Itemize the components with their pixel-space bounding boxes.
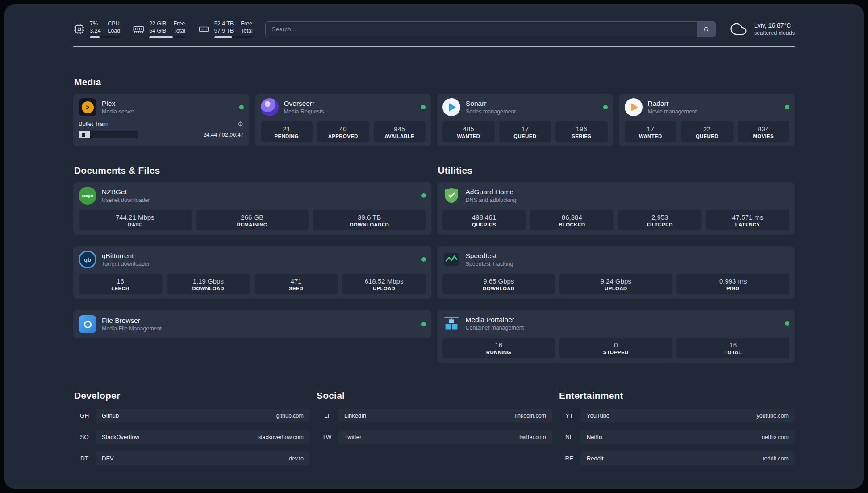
status-dot xyxy=(421,193,426,198)
stat-queued: 17 QUEUED xyxy=(499,121,551,142)
filebrowser-icon xyxy=(79,315,96,333)
bookmark-group-social: Social LI LinkedIn linkedin.com TW Twitt… xyxy=(316,390,552,465)
app-card-portainer[interactable]: Media Portainer Container management 16 … xyxy=(437,310,795,363)
system-resources: 7% 3.24 CPU Load xyxy=(73,20,253,38)
bookmarks-area: Developer GH Github github.com SO StackO… xyxy=(73,390,795,486)
app-card-sonarr[interactable]: Sonarr Series management 485 WANTED 17 Q… xyxy=(437,94,613,146)
stat-downloaded: 39.6 TB DOWNLOADED xyxy=(313,210,426,230)
status-dot xyxy=(421,105,426,109)
search-input[interactable] xyxy=(266,22,697,37)
section-title-media: Media xyxy=(74,77,795,88)
bookmark-name: Twitter xyxy=(344,434,361,440)
bookmark-linkedin[interactable]: LI LinkedIn linkedin.com xyxy=(316,409,552,422)
ram-icon xyxy=(133,23,145,35)
app-subtitle: Series management xyxy=(466,109,516,115)
bookmark-reddit[interactable]: RE Reddit reddit.com xyxy=(558,451,795,465)
app-card-speedtest[interactable]: Speedtest Speedtest Tracking 9.65 Gbps D… xyxy=(437,246,795,299)
app-card-radarr[interactable]: Radarr Movie management 17 WANTED 22 QUE… xyxy=(619,94,795,146)
app-title: Sonarr xyxy=(466,100,516,108)
app-card-overseerr[interactable]: Overseerr Media Requests 21 PENDING 40 A… xyxy=(255,94,431,146)
search-bar: G xyxy=(265,21,716,37)
app-card-nzbget[interactable]: nzbget NZBGet Usenet downloader 744.21 M… xyxy=(73,182,431,235)
bookmark-url: dev.to xyxy=(289,455,304,462)
status-dot xyxy=(785,321,789,326)
stats-row: 9.65 Gbps DOWNLOAD 9.24 Gbps UPLOAD 0.99… xyxy=(442,274,790,294)
cpu-widget: 7% 3.24 CPU Load xyxy=(73,20,120,38)
weather-widget: Lviv, 16.87°C scattered clouds xyxy=(728,21,795,37)
stat-stopped: 0 STOPPED xyxy=(559,338,672,358)
portainer-icon xyxy=(442,314,460,332)
app-card-plex[interactable]: Plex Media server Bullet Train xyxy=(73,94,249,146)
stat-movies: 834 MOVIES xyxy=(738,121,790,142)
bookmark-name: Netflix xyxy=(587,434,603,440)
app-title: Speedtest xyxy=(466,252,513,260)
bookmark-name: YouTube xyxy=(587,412,609,419)
seek-bar[interactable] xyxy=(79,131,138,138)
stat-running: 16 RUNNING xyxy=(442,338,555,358)
bookmark-abbr: YT xyxy=(558,412,580,419)
stats-row: 21 PENDING 40 APPROVED 945 AVAILABLE xyxy=(261,121,426,142)
ram-total-value: 64 GiB xyxy=(149,27,166,34)
disk-icon xyxy=(198,23,210,35)
bookmark-abbr: TW xyxy=(316,434,338,440)
bookmark-twitter[interactable]: TW Twitter twitter.com xyxy=(316,430,552,444)
top-bar: 7% 3.24 CPU Load xyxy=(73,17,795,41)
disk-widget: 52.4 TB 97.9 TB Free Total xyxy=(198,20,253,38)
stat-download: 9.65 Gbps DOWNLOAD xyxy=(442,274,555,294)
disk-total-label: Total xyxy=(241,27,252,34)
gear-icon[interactable] xyxy=(238,121,243,127)
qbittorrent-icon: qb xyxy=(79,251,96,268)
stat-wanted: 17 WANTED xyxy=(625,121,677,142)
status-dot xyxy=(239,105,244,109)
section-title-documents: Documents & Files xyxy=(74,165,431,176)
stats-row: 744.21 Mbps RATE 266 GB REMAINING 39.6 T… xyxy=(79,210,426,230)
bookmark-name: LinkedIn xyxy=(344,412,366,419)
disk-total-value: 97.9 TB xyxy=(214,27,234,34)
status-dot xyxy=(785,105,789,109)
stat-pending: 21 PENDING xyxy=(261,121,313,142)
app-subtitle: Media Requests xyxy=(284,109,324,115)
bookmark-netflix[interactable]: NF Netflix netflix.com xyxy=(558,430,795,444)
bookmark-url: youtube.com xyxy=(756,413,789,419)
section-title-developer: Developer xyxy=(74,390,310,401)
cpu-usage-bar xyxy=(90,36,120,38)
stat-ping: 0.993 ms PING xyxy=(677,274,790,294)
bookmark-youtube[interactable]: YT YouTube youtube.com xyxy=(558,409,795,422)
app-card-filebrowser[interactable]: File Browser Media File Management xyxy=(73,310,431,338)
app-title: qBittorrent xyxy=(102,252,150,260)
cpu-percent: 7% xyxy=(90,20,100,27)
now-playing-widget: Bullet Train 24:44 / 02:06:47 xyxy=(79,121,244,138)
app-title: Media Portainer xyxy=(466,316,524,324)
bookmark-url: github.com xyxy=(276,413,304,419)
weather-condition: scattered clouds xyxy=(754,30,795,36)
bookmark-name: StackOverflow xyxy=(102,434,139,440)
stats-row: 485 WANTED 17 QUEUED 196 SERIES xyxy=(442,121,608,142)
overseerr-icon xyxy=(261,98,279,116)
app-title: File Browser xyxy=(102,317,162,325)
search-engine-button[interactable]: G xyxy=(697,22,715,37)
dashboard-container: 7% 3.24 CPU Load xyxy=(4,4,864,489)
bookmark-dev[interactable]: DT DEV dev.to xyxy=(73,451,310,465)
bookmark-abbr: GH xyxy=(73,412,96,419)
stats-row: 16 RUNNING 0 STOPPED 16 TOTAL xyxy=(442,338,790,358)
bookmark-abbr: SO xyxy=(73,434,96,440)
app-card-adguard[interactable]: AdGuard Home DNS and adblocking 498,461 … xyxy=(437,182,795,235)
stat-remaining: 266 GB REMAINING xyxy=(196,210,309,230)
app-subtitle: Usenet downloader xyxy=(102,197,150,203)
bookmark-stackoverflow[interactable]: SO StackOverflow stackoverflow.com xyxy=(73,430,310,444)
bookmark-name: DEV xyxy=(102,455,114,462)
stat-queued: 22 QUEUED xyxy=(681,121,733,142)
pause-icon[interactable] xyxy=(82,133,85,137)
app-title: AdGuard Home xyxy=(466,188,517,196)
bookmark-url: reddit.com xyxy=(763,455,789,462)
bookmark-abbr: RE xyxy=(558,455,580,462)
bookmark-group-entertainment: Entertainment YT YouTube youtube.com NF … xyxy=(558,390,795,465)
cpu-load-value: 3.24 xyxy=(90,27,100,34)
stat-filtered: 2,953 FILTERED xyxy=(618,210,701,230)
stat-series: 196 SERIES xyxy=(555,121,608,142)
bookmark-github[interactable]: GH Github github.com xyxy=(73,409,310,422)
app-card-qbittorrent[interactable]: qb qBittorrent Torrent downloader 16 LEE… xyxy=(73,246,431,299)
dashboard-content: 7% 3.24 CPU Load xyxy=(73,4,795,486)
media-grid: Plex Media server Bullet Train xyxy=(73,94,795,146)
bookmark-abbr: NF xyxy=(558,434,580,440)
